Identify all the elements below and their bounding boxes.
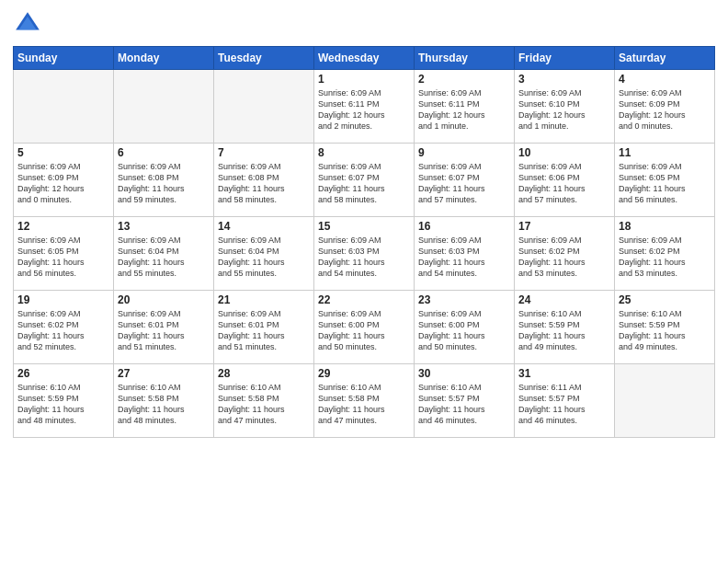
day-number: 24 bbox=[518, 293, 610, 306]
header bbox=[13, 9, 715, 39]
day-info: Sunrise: 6:09 AM Sunset: 6:04 PM Dayligh… bbox=[118, 235, 210, 280]
day-number: 7 bbox=[218, 146, 310, 159]
calendar-cell: 31Sunrise: 6:11 AM Sunset: 5:57 PM Dayli… bbox=[515, 364, 615, 438]
calendar-cell: 16Sunrise: 6:09 AM Sunset: 6:03 PM Dayli… bbox=[415, 217, 515, 291]
calendar-cell: 13Sunrise: 6:09 AM Sunset: 6:04 PM Dayli… bbox=[114, 217, 214, 291]
weekday-header-wednesday: Wednesday bbox=[314, 47, 415, 70]
day-info: Sunrise: 6:09 AM Sunset: 6:05 PM Dayligh… bbox=[619, 161, 711, 206]
calendar-cell: 23Sunrise: 6:09 AM Sunset: 6:00 PM Dayli… bbox=[415, 291, 515, 364]
day-info: Sunrise: 6:09 AM Sunset: 6:01 PM Dayligh… bbox=[118, 308, 210, 353]
day-info: Sunrise: 6:09 AM Sunset: 6:03 PM Dayligh… bbox=[318, 235, 410, 280]
calendar-cell: 7Sunrise: 6:09 AM Sunset: 6:08 PM Daylig… bbox=[214, 144, 314, 217]
day-number: 1 bbox=[318, 73, 410, 86]
calendar-cell: 29Sunrise: 6:10 AM Sunset: 5:58 PM Dayli… bbox=[314, 364, 415, 438]
day-info: Sunrise: 6:09 AM Sunset: 6:05 PM Dayligh… bbox=[17, 235, 109, 280]
weekday-header-monday: Monday bbox=[114, 47, 214, 70]
day-number: 26 bbox=[17, 367, 109, 380]
calendar-cell bbox=[114, 70, 214, 144]
day-number: 3 bbox=[518, 73, 610, 86]
weekday-header-row: SundayMondayTuesdayWednesdayThursdayFrid… bbox=[14, 47, 715, 70]
day-number: 28 bbox=[218, 367, 310, 380]
calendar-cell: 3Sunrise: 6:09 AM Sunset: 6:10 PM Daylig… bbox=[515, 70, 615, 144]
day-info: Sunrise: 6:09 AM Sunset: 6:02 PM Dayligh… bbox=[17, 308, 109, 353]
day-number: 21 bbox=[218, 293, 310, 306]
day-number: 31 bbox=[518, 367, 610, 380]
weekday-header-friday: Friday bbox=[515, 47, 615, 70]
calendar-cell: 22Sunrise: 6:09 AM Sunset: 6:00 PM Dayli… bbox=[314, 291, 415, 364]
calendar-cell: 4Sunrise: 6:09 AM Sunset: 6:09 PM Daylig… bbox=[615, 70, 715, 144]
calendar-cell: 21Sunrise: 6:09 AM Sunset: 6:01 PM Dayli… bbox=[214, 291, 314, 364]
day-info: Sunrise: 6:09 AM Sunset: 6:06 PM Dayligh… bbox=[518, 161, 610, 206]
calendar-cell: 19Sunrise: 6:09 AM Sunset: 6:02 PM Dayli… bbox=[14, 291, 114, 364]
logo bbox=[13, 9, 46, 39]
week-row-4: 19Sunrise: 6:09 AM Sunset: 6:02 PM Dayli… bbox=[14, 291, 715, 364]
day-info: Sunrise: 6:09 AM Sunset: 6:08 PM Dayligh… bbox=[218, 161, 310, 206]
day-info: Sunrise: 6:10 AM Sunset: 5:59 PM Dayligh… bbox=[17, 382, 109, 427]
calendar-cell: 11Sunrise: 6:09 AM Sunset: 6:05 PM Dayli… bbox=[615, 144, 715, 217]
calendar-cell: 6Sunrise: 6:09 AM Sunset: 6:08 PM Daylig… bbox=[114, 144, 214, 217]
day-info: Sunrise: 6:09 AM Sunset: 6:11 PM Dayligh… bbox=[318, 87, 410, 132]
day-info: Sunrise: 6:09 AM Sunset: 6:04 PM Dayligh… bbox=[218, 235, 310, 280]
calendar-cell: 15Sunrise: 6:09 AM Sunset: 6:03 PM Dayli… bbox=[314, 217, 415, 291]
day-info: Sunrise: 6:09 AM Sunset: 6:07 PM Dayligh… bbox=[318, 161, 410, 206]
day-info: Sunrise: 6:09 AM Sunset: 6:08 PM Dayligh… bbox=[118, 161, 210, 206]
weekday-header-thursday: Thursday bbox=[415, 47, 515, 70]
day-number: 30 bbox=[418, 367, 510, 380]
calendar-cell: 12Sunrise: 6:09 AM Sunset: 6:05 PM Dayli… bbox=[14, 217, 114, 291]
day-info: Sunrise: 6:10 AM Sunset: 5:57 PM Dayligh… bbox=[418, 382, 510, 427]
day-info: Sunrise: 6:09 AM Sunset: 6:03 PM Dayligh… bbox=[418, 235, 510, 280]
day-number: 17 bbox=[518, 220, 610, 233]
day-number: 9 bbox=[418, 146, 510, 159]
day-number: 22 bbox=[318, 293, 410, 306]
calendar-cell: 1Sunrise: 6:09 AM Sunset: 6:11 PM Daylig… bbox=[314, 70, 415, 144]
day-number: 2 bbox=[418, 73, 510, 86]
calendar-cell: 26Sunrise: 6:10 AM Sunset: 5:59 PM Dayli… bbox=[14, 364, 114, 438]
calendar-cell bbox=[14, 70, 114, 144]
week-row-2: 5Sunrise: 6:09 AM Sunset: 6:09 PM Daylig… bbox=[14, 144, 715, 217]
calendar-cell: 5Sunrise: 6:09 AM Sunset: 6:09 PM Daylig… bbox=[14, 144, 114, 217]
weekday-header-saturday: Saturday bbox=[615, 47, 715, 70]
day-info: Sunrise: 6:09 AM Sunset: 6:02 PM Dayligh… bbox=[518, 235, 610, 280]
calendar-cell: 25Sunrise: 6:10 AM Sunset: 5:59 PM Dayli… bbox=[615, 291, 715, 364]
calendar-cell: 24Sunrise: 6:10 AM Sunset: 5:59 PM Dayli… bbox=[515, 291, 615, 364]
day-info: Sunrise: 6:09 AM Sunset: 6:11 PM Dayligh… bbox=[418, 87, 510, 132]
day-info: Sunrise: 6:10 AM Sunset: 5:59 PM Dayligh… bbox=[619, 308, 711, 353]
week-row-1: 1Sunrise: 6:09 AM Sunset: 6:11 PM Daylig… bbox=[14, 70, 715, 144]
calendar-cell: 2Sunrise: 6:09 AM Sunset: 6:11 PM Daylig… bbox=[415, 70, 515, 144]
weekday-header-sunday: Sunday bbox=[14, 47, 114, 70]
calendar-cell bbox=[214, 70, 314, 144]
day-info: Sunrise: 6:09 AM Sunset: 6:00 PM Dayligh… bbox=[418, 308, 510, 353]
calendar-cell: 8Sunrise: 6:09 AM Sunset: 6:07 PM Daylig… bbox=[314, 144, 415, 217]
calendar-cell: 18Sunrise: 6:09 AM Sunset: 6:02 PM Dayli… bbox=[615, 217, 715, 291]
day-number: 19 bbox=[17, 293, 109, 306]
logo-icon bbox=[13, 9, 42, 39]
day-info: Sunrise: 6:10 AM Sunset: 5:58 PM Dayligh… bbox=[118, 382, 210, 427]
day-number: 27 bbox=[118, 367, 210, 380]
calendar-cell: 9Sunrise: 6:09 AM Sunset: 6:07 PM Daylig… bbox=[415, 144, 515, 217]
week-row-3: 12Sunrise: 6:09 AM Sunset: 6:05 PM Dayli… bbox=[14, 217, 715, 291]
calendar-table: SundayMondayTuesdayWednesdayThursdayFrid… bbox=[13, 46, 715, 438]
day-info: Sunrise: 6:10 AM Sunset: 5:59 PM Dayligh… bbox=[518, 308, 610, 353]
day-number: 6 bbox=[118, 146, 210, 159]
day-info: Sunrise: 6:11 AM Sunset: 5:57 PM Dayligh… bbox=[518, 382, 610, 427]
calendar-cell: 17Sunrise: 6:09 AM Sunset: 6:02 PM Dayli… bbox=[515, 217, 615, 291]
day-info: Sunrise: 6:09 AM Sunset: 6:07 PM Dayligh… bbox=[418, 161, 510, 206]
calendar-cell: 30Sunrise: 6:10 AM Sunset: 5:57 PM Dayli… bbox=[415, 364, 515, 438]
calendar-cell: 27Sunrise: 6:10 AM Sunset: 5:58 PM Dayli… bbox=[114, 364, 214, 438]
day-number: 4 bbox=[619, 73, 711, 86]
day-number: 10 bbox=[518, 146, 610, 159]
day-number: 25 bbox=[619, 293, 711, 306]
day-number: 8 bbox=[318, 146, 410, 159]
day-info: Sunrise: 6:09 AM Sunset: 6:10 PM Dayligh… bbox=[518, 87, 610, 132]
calendar-cell: 28Sunrise: 6:10 AM Sunset: 5:58 PM Dayli… bbox=[214, 364, 314, 438]
day-number: 15 bbox=[318, 220, 410, 233]
day-info: Sunrise: 6:09 AM Sunset: 6:00 PM Dayligh… bbox=[318, 308, 410, 353]
day-number: 18 bbox=[619, 220, 711, 233]
day-number: 12 bbox=[17, 220, 109, 233]
day-info: Sunrise: 6:09 AM Sunset: 6:09 PM Dayligh… bbox=[619, 87, 711, 132]
day-info: Sunrise: 6:10 AM Sunset: 5:58 PM Dayligh… bbox=[218, 382, 310, 427]
calendar-cell: 10Sunrise: 6:09 AM Sunset: 6:06 PM Dayli… bbox=[515, 144, 615, 217]
day-info: Sunrise: 6:10 AM Sunset: 5:58 PM Dayligh… bbox=[318, 382, 410, 427]
calendar-cell: 20Sunrise: 6:09 AM Sunset: 6:01 PM Dayli… bbox=[114, 291, 214, 364]
day-number: 14 bbox=[218, 220, 310, 233]
